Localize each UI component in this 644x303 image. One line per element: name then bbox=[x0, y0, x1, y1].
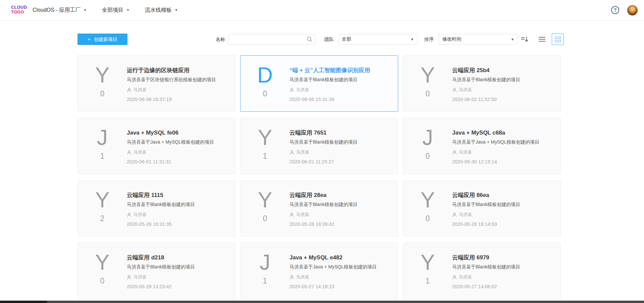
person-icon bbox=[289, 212, 294, 217]
project-title[interactable]: 云端应用 1115 bbox=[127, 192, 195, 199]
sort-direction-button[interactable] bbox=[520, 35, 529, 45]
project-card[interactable]: J 1 Java + MySQL e482 马洪喜基于Java + MySQL模… bbox=[240, 243, 398, 299]
person-icon bbox=[452, 212, 457, 217]
project-initial-block: J 1 bbox=[240, 243, 289, 299]
project-description: 马洪喜基于Blank模板创建的项目 bbox=[452, 77, 520, 83]
project-description: 马洪喜基于Java + MySQL模板创建的项目 bbox=[289, 264, 377, 270]
project-initial-block: Y 2 bbox=[78, 181, 127, 236]
person-icon bbox=[289, 88, 294, 92]
project-title[interactable]: 云端应用 d218 bbox=[127, 254, 195, 261]
project-info: 云端应用 25b4 马洪喜基于Blank模板创建的项目 马洪喜 2020-06-… bbox=[452, 56, 520, 111]
project-card[interactable]: J 0 Java + MySQL c68a 马洪喜基于Java + MySQL模… bbox=[403, 118, 561, 174]
project-info: Java + MySQL fe06 马洪喜基于Java + MySQL模板创建的… bbox=[127, 118, 214, 174]
project-title[interactable]: 云端应用 25b4 bbox=[452, 67, 520, 74]
project-description: 马洪喜基于Java + MySQL模板创建的项目 bbox=[127, 139, 214, 145]
nav-pipeline-templates[interactable]: 流水线模板 ▼ bbox=[145, 7, 178, 14]
nav-cloudos-app-factory[interactable]: CloudOS - 应用工厂 ▼ bbox=[33, 7, 87, 14]
project-card[interactable]: D 0 “端 + 云”人工智能图像识别应用 马洪喜基于Blank模板创建的项目 … bbox=[240, 55, 398, 112]
project-card[interactable]: Y 0 云端应用 28ea 马洪喜基于Blank模板创建的项目 马洪喜 2020… bbox=[240, 180, 398, 237]
project-count: 1 bbox=[426, 276, 430, 286]
horizontal-scrollbar[interactable] bbox=[0, 301, 644, 303]
project-card[interactable]: Y 0 云端应用 25b4 马洪喜基于Blank模板创建的项目 马洪喜 2020… bbox=[403, 55, 561, 112]
project-initial-block: Y 0 bbox=[78, 243, 127, 299]
project-owner-row: 马洪喜 bbox=[452, 149, 539, 155]
create-project-button[interactable]: +创建新项目 bbox=[77, 34, 127, 45]
project-card[interactable]: Y 1 云端应用 6979 马洪喜基于Blank模板创建的项目 马洪喜 2020… bbox=[403, 243, 561, 299]
project-title[interactable]: 云端应用 7651 bbox=[289, 129, 358, 136]
person-icon bbox=[127, 275, 131, 280]
project-owner-name: 马洪喜 bbox=[459, 212, 472, 218]
project-card[interactable]: J 1 Java + MySQL fe06 马洪喜基于Java + MySQL模… bbox=[77, 118, 235, 174]
project-owner-row: 马洪喜 bbox=[452, 274, 520, 280]
project-title[interactable]: 运行于边缘的区块链应用 bbox=[127, 67, 216, 74]
project-owner-row: 马洪喜 bbox=[127, 149, 214, 155]
project-card[interactable]: Y 2 云端应用 1115 马洪喜基于Blank模板创建的项目 马洪喜 2020… bbox=[77, 180, 235, 237]
project-count: 0 bbox=[100, 276, 105, 286]
project-owner-row: 马洪喜 bbox=[127, 87, 216, 93]
project-owner-name: 马洪喜 bbox=[296, 87, 309, 93]
user-avatar[interactable] bbox=[627, 5, 638, 15]
project-initial-block: Y 0 bbox=[240, 181, 289, 236]
project-initial-block: Y 0 bbox=[78, 56, 127, 111]
person-icon bbox=[289, 275, 294, 280]
project-card-grid: Y 0 运行于边缘的区块链应用 马洪喜基于区块链银行系统模板创建的项目 马洪喜 … bbox=[77, 55, 561, 299]
list-view-button[interactable] bbox=[538, 36, 546, 44]
project-initial-letter: D bbox=[257, 64, 273, 87]
project-initial-letter: Y bbox=[258, 189, 272, 211]
person-icon bbox=[289, 150, 294, 155]
project-title[interactable]: Java + MySQL c68a bbox=[452, 129, 539, 136]
project-owner-name: 马洪喜 bbox=[133, 87, 147, 93]
search-input[interactable] bbox=[228, 34, 315, 45]
project-description: 马洪喜基于Java + MySQL模板创建的项目 bbox=[452, 139, 539, 145]
project-initial-letter: Y bbox=[95, 189, 110, 211]
help-icon[interactable]: ? bbox=[611, 6, 619, 14]
project-owner-name: 马洪喜 bbox=[459, 149, 472, 155]
person-icon bbox=[452, 88, 457, 92]
project-title[interactable]: Java + MySQL fe06 bbox=[127, 129, 214, 136]
team-select-value: 全部 bbox=[342, 36, 351, 42]
sort-select[interactable]: 修改时间 ▼ bbox=[439, 34, 518, 45]
project-title[interactable]: Java + MySQL e482 bbox=[289, 254, 377, 261]
project-owner-name: 马洪喜 bbox=[296, 149, 309, 155]
plus-icon: + bbox=[88, 36, 91, 42]
person-icon bbox=[127, 88, 131, 92]
project-modified-time: 2020-06-02 11:52:50 bbox=[452, 97, 520, 102]
project-initial-letter: J bbox=[422, 126, 433, 149]
nav-label: 流水线模板 bbox=[145, 7, 172, 14]
project-modified-time: 2020-05-27 14:06:02 bbox=[452, 284, 520, 289]
chevron-down-icon: ▼ bbox=[411, 38, 414, 41]
logo-line1: CLOUD bbox=[11, 5, 27, 10]
project-modified-time: 2020-05-28 16:14:03 bbox=[452, 221, 520, 227]
chevron-down-icon: ▼ bbox=[84, 8, 87, 12]
project-card[interactable]: Y 1 云端应用 7651 马洪喜基于Blank模板创建的项目 马洪喜 2020… bbox=[240, 118, 398, 174]
grid-view-button[interactable] bbox=[552, 34, 564, 45]
nav-all-projects[interactable]: 全部项目 ▼ bbox=[102, 7, 129, 14]
project-count: 0 bbox=[426, 214, 430, 223]
project-modified-time: 2020-06-06 16:37:19 bbox=[127, 97, 216, 102]
cloudtogo-logo[interactable]: CLOUD TOGO bbox=[11, 5, 27, 14]
project-info: 云端应用 d218 马洪喜基于Blank模板创建的项目 马洪喜 2020-05-… bbox=[127, 243, 195, 299]
project-info: 云端应用 7651 马洪喜基于Blank模板创建的项目 马洪喜 2020-06-… bbox=[289, 118, 358, 174]
project-initial-block: Y 0 bbox=[403, 181, 452, 236]
name-filter-label: 名称 bbox=[216, 37, 225, 43]
project-title[interactable]: 云端应用 86ea bbox=[452, 192, 520, 199]
project-card[interactable]: Y 0 云端应用 86ea 马洪喜基于Blank模板创建的项目 马洪喜 2020… bbox=[403, 180, 561, 237]
main-nav: CloudOS - 应用工厂 ▼ 全部项目 ▼ 流水线模板 ▼ bbox=[33, 0, 193, 20]
project-count: 0 bbox=[263, 89, 267, 98]
project-title[interactable]: 云端应用 6979 bbox=[452, 254, 520, 261]
project-initial-letter: Y bbox=[95, 251, 110, 274]
project-owner-name: 马洪喜 bbox=[133, 149, 147, 155]
project-title[interactable]: “端 + 云”人工智能图像识别应用 bbox=[289, 67, 370, 74]
project-card[interactable]: Y 0 运行于边缘的区块链应用 马洪喜基于区块链银行系统模板创建的项目 马洪喜 … bbox=[77, 55, 235, 112]
project-card[interactable]: Y 0 云端应用 d218 马洪喜基于Blank模板创建的项目 马洪喜 2020… bbox=[77, 243, 235, 299]
project-initial-block: Y 1 bbox=[240, 118, 289, 174]
project-description: 马洪喜基于区块链银行系统模板创建的项目 bbox=[127, 77, 216, 83]
team-select[interactable]: 全部 ▼ bbox=[338, 34, 418, 45]
project-title[interactable]: 云端应用 28ea bbox=[289, 192, 358, 199]
search-icon[interactable] bbox=[307, 36, 313, 42]
logo-line2: TOGO bbox=[11, 10, 27, 14]
project-initial-block: D 0 bbox=[240, 56, 289, 111]
project-owner-row: 马洪喜 bbox=[127, 212, 195, 218]
project-modified-time: 2020-05-28 18:31:35 bbox=[127, 221, 195, 227]
scrollbar-thumb[interactable] bbox=[0, 301, 47, 303]
